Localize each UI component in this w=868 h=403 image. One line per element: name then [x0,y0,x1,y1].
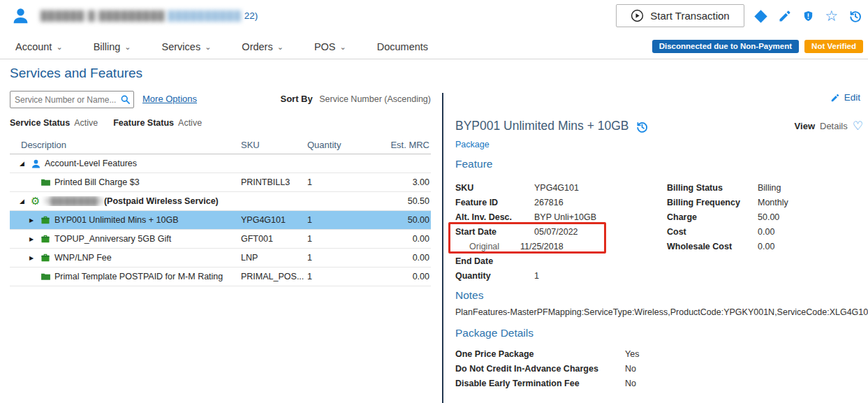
table-row-wnp-lnp[interactable]: ▶ WNP/LNP Fee LNP 1 0.00 [10,249,431,268]
table-row-byp001-selected[interactable]: ▶ BYP001 Unlimited Mins + 10GB YPG4G101 … [10,211,431,230]
package-details-heading: Package Details [455,327,534,339]
nav-item-services[interactable]: Services⌄ [162,41,212,52]
nav-item-orders[interactable]: Orders⌄ [242,41,284,52]
gear-icon: ⚙ [31,196,45,206]
field-sku: SKUYPG4G101 [455,180,665,195]
field-start-date: Start Date05/07/2022 [455,224,665,239]
row-sku: PRIMAL_POS... [241,272,307,281]
edit-label: Edit [844,92,860,103]
start-transaction-button[interactable]: Start Transaction [616,4,744,27]
field-no-credit-in-advance: Do Not Credit In-Advance ChargesNo [455,361,749,376]
field-billing-frequency: Billing FrequencyMonthly [667,195,863,210]
row-description: (Postpaid Wireless Service) [104,196,219,206]
feature-status-value[interactable]: Active [178,118,202,128]
row-quantity: 1 [307,272,349,281]
field-end-date: End Date [455,254,665,268]
status-badge-not-verified: Not Verified [804,40,863,53]
table-row-service[interactable]: ◢ ⚙ 6███████6 (Postpaid Wireless Service… [10,192,431,211]
notes-section-heading: Notes [455,289,484,302]
col-header-quantity[interactable]: Quantity [307,140,349,150]
package-icon [41,253,54,263]
person-icon [31,159,45,169]
services-panel: Services and Features More Options Sort … [10,64,431,286]
history-icon[interactable] [635,120,649,133]
table-row-topup[interactable]: ▶ TOPUP_Anniversary 5GB Gift GFT001 1 0.… [10,230,431,249]
more-options-link[interactable]: More Options [142,94,197,104]
history-icon[interactable] [848,9,862,23]
start-transaction-label: Start Transaction [650,10,729,22]
field-charge: Charge50.00 [667,210,863,224]
row-quantity: 1 [307,215,349,225]
notes-text: PlanFeatures-MasterPFMapping:ServiceType… [455,307,868,317]
tree-collapsed-icon[interactable]: ▶ [29,236,41,242]
alert-shield-icon[interactable] [802,9,814,23]
tree-expanded-icon[interactable]: ◢ [20,160,31,167]
table-row-printed-bill[interactable]: Printed Bill Charge $3 PRINTBILL3 1 3.00 [10,173,431,192]
nav-item-documents[interactable]: Documents [377,41,428,52]
tree-expanded-icon[interactable]: ◢ [20,198,31,205]
row-description: TOPUP_Anniversary 5GB Gift [54,234,171,244]
search-icon[interactable] [120,94,131,107]
pencil-icon [830,93,840,103]
chevron-down-icon: ⌄ [340,43,346,50]
status-badge-disconnected: Disconnected due to Non-Payment [652,40,799,53]
col-header-est-mrc[interactable]: Est. MRC [349,140,431,150]
tree-collapsed-icon[interactable]: ▶ [29,255,41,261]
chevron-down-icon: ⌄ [205,43,211,50]
heart-icon[interactable]: ♡ [853,121,863,132]
service-status-label: Service Status [10,118,70,128]
nav-item-account[interactable]: Account⌄ [15,41,63,52]
col-header-description[interactable]: Description [10,140,241,150]
favorite-star-icon[interactable]: ☆ [825,9,838,23]
status-filters: Service StatusActive Feature StatusActiv… [10,118,431,128]
service-search-box [10,91,134,108]
page-title: Services and Features [10,64,431,82]
nav-item-pos[interactable]: POS⌄ [314,41,346,52]
row-sku: PRINTBILL3 [241,177,307,187]
customer-avatar-icon [11,6,30,27]
field-alt-inv-desc: Alt. Inv. Desc.BYP Unli+10GB [455,210,665,224]
row-description: Printed Bill Charge $3 [54,177,140,187]
package-icon [41,234,54,244]
folder-icon [41,177,54,187]
detail-title-row: BYP001 Unlimited Mins + 10GB View Detail… [455,119,863,133]
field-feature-id: Feature ID267816 [455,195,665,210]
table-row-primal-template[interactable]: Primal Template POSTPAID for M-M Rating … [10,268,431,286]
row-description: BYP001 Unlimited Mins + 10GB [54,215,179,225]
row-quantity: 1 [307,177,349,187]
package-type-link[interactable]: Package [455,140,490,149]
row-est-mrc: 50.00 [349,215,431,225]
row-est-mrc: 0.00 [349,234,431,244]
masked-account-link: ██████████ [168,10,242,21]
diamond-icon[interactable] [754,10,767,22]
chevron-down-icon: ⌄ [124,43,131,50]
services-table: Description SKU Quantity Est. MRC ◢ Acco… [10,136,431,286]
row-quantity: 1 [307,234,349,244]
nav-item-billing[interactable]: Billing⌄ [94,41,131,52]
table-row-account-level[interactable]: ◢ Account-Level Features [10,154,431,173]
row-est-mrc: 3.00 [349,177,431,187]
row-sku: YPG4G101 [241,215,307,225]
service-search-input[interactable] [15,92,117,107]
sort-by-value[interactable]: Service Number (Ascending) [319,94,431,104]
field-disable-etf: Disable Early Termination FeeNo [455,376,749,390]
row-sku: GFT001 [241,234,307,244]
status-badges: Disconnected due to Non-Payment Not Veri… [652,40,863,53]
chevron-down-icon: ⌄ [277,43,284,50]
col-header-sku[interactable]: SKU [241,140,307,150]
service-status-value[interactable]: Active [74,118,98,128]
edit-button[interactable]: Edit [830,92,860,103]
masked-service-number: 6███████6 [45,196,104,206]
package-details-fields: One Price PackageYes Do Not Credit In-Ad… [455,346,749,390]
package-icon [41,215,54,225]
tree-collapsed-icon[interactable]: ▶ [29,217,41,224]
view-selector: View Details ♡ [795,121,863,132]
feature-fields-right: Billing StatusBilling Billing FrequencyM… [667,180,863,254]
feature-status-label: Feature Status [113,118,174,128]
view-label: View [795,121,815,131]
view-value[interactable]: Details [820,121,848,131]
edit-pencil-icon[interactable] [778,9,792,23]
feature-section-heading: Feature [455,158,492,170]
row-description: WNP/LNP Fee [54,253,112,263]
field-billing-status: Billing StatusBilling [667,180,863,195]
